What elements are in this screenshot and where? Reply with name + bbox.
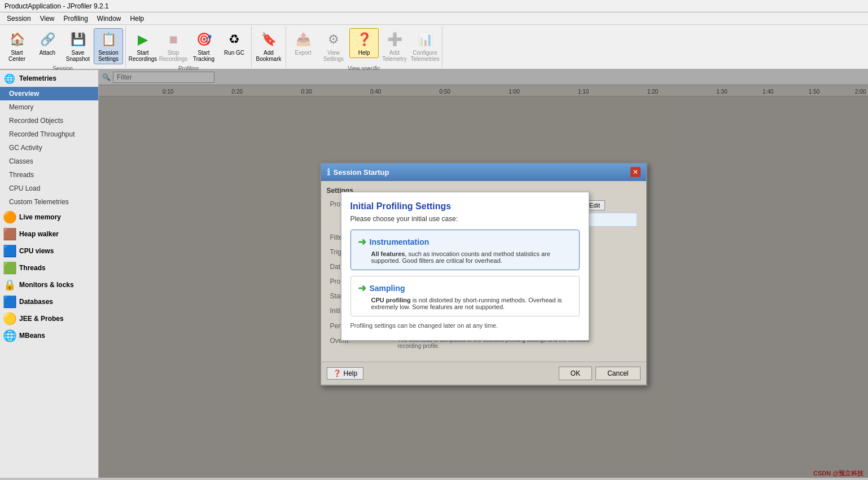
- instrumentation-option[interactable]: ➜ Instrumentation All features, such as …: [350, 230, 580, 270]
- toolbar: 🏠 StartCenter 🔗 Attach 💾 SaveSnapshot 📋 …: [0, 25, 868, 70]
- menu-help[interactable]: Help: [126, 14, 149, 24]
- sidebar-item-custom-telemetries[interactable]: Custom Telemetries: [0, 195, 98, 209]
- dialog-title-text: Session Startup: [334, 168, 389, 177]
- monitors-locks-label: Monitors & locks: [19, 281, 74, 289]
- mbeans-label: MBeans: [19, 332, 45, 340]
- databases-icon: 🟦: [3, 296, 16, 308]
- profiling-popup-subtitle: Please choose your initial use case:: [350, 215, 580, 223]
- start-tracking-label: StartTracking: [193, 50, 214, 62]
- session-settings-button[interactable]: 📋 SessionSettings: [94, 28, 123, 64]
- start-tracking-button[interactable]: 🎯 StartTracking: [189, 28, 218, 64]
- dialog-cancel-button[interactable]: Cancel: [595, 367, 640, 380]
- sidebar-section-monitors-locks[interactable]: 🔒 Monitors & locks: [0, 276, 98, 293]
- sidebar-section-threads[interactable]: 🟩 Threads: [0, 259, 98, 276]
- run-gc-label: Run GC: [224, 50, 244, 56]
- sidebar-section-databases[interactable]: 🟦 Databases: [0, 293, 98, 310]
- save-snapshot-icon: 💾: [69, 30, 87, 49]
- add-bookmark-label: AddBookmark: [256, 50, 281, 62]
- telemetries-label: Telemetries: [19, 74, 56, 82]
- dialog-ok-button[interactable]: OK: [559, 367, 592, 380]
- view-settings-icon: ⚙: [325, 30, 343, 49]
- help-circle-icon: ❓: [333, 369, 341, 377]
- save-snapshot-label: SaveSnapshot: [66, 50, 90, 62]
- monitors-locks-icon: 🔒: [3, 279, 16, 291]
- jee-probes-icon: 🟡: [3, 312, 16, 325]
- toolbar-group-view-specific: 📤 Export ⚙ ViewSettings ❓ Help ➕ AddTele…: [286, 26, 442, 68]
- cpu-views-icon: 🟦: [3, 245, 16, 257]
- run-gc-button[interactable]: ♻ Run GC: [220, 28, 249, 58]
- sidebar-section-telemetries[interactable]: 🌐 Telemetries: [0, 70, 98, 87]
- menu-bar: Session View Profiling Window Help: [0, 12, 868, 25]
- menu-view[interactable]: View: [36, 14, 59, 24]
- configure-telemetries-icon: 📊: [416, 30, 434, 49]
- session-settings-icon: 📋: [99, 30, 117, 49]
- start-recordings-button[interactable]: ▶ StartRecordings: [128, 28, 157, 64]
- stop-recordings-label: StopRecordings: [159, 50, 188, 62]
- dialog-close-button[interactable]: ✕: [630, 167, 641, 177]
- configure-telemetries-label: ConfigureTelemetries: [410, 50, 439, 62]
- sidebar-item-recorded-throughput[interactable]: Recorded Throughput: [0, 127, 98, 141]
- sampling-title: Sampling: [370, 284, 405, 293]
- stop-recordings-button[interactable]: ⏹ StopRecordings: [159, 28, 188, 64]
- toolbar-group-bookmark: 🔖 AddBookmark: [252, 26, 286, 68]
- dialog-footer: ❓ Help OK Cancel: [321, 362, 646, 385]
- jee-probes-label: JEE & Probes: [19, 315, 64, 323]
- threads-icon: 🟩: [3, 262, 16, 274]
- menu-session[interactable]: Session: [2, 14, 36, 24]
- sidebar-item-overview[interactable]: Overview: [0, 87, 98, 100]
- sidebar-item-classes[interactable]: Classes: [0, 155, 98, 168]
- databases-label: Databases: [19, 298, 53, 306]
- initial-profiling-settings-popup: Initial Profiling Settings Please choose…: [341, 192, 589, 341]
- dialog-help-button[interactable]: ❓ Help: [327, 367, 364, 380]
- profiling-popup-title: Initial Profiling Settings: [350, 201, 580, 212]
- help-button[interactable]: ❓ Help: [349, 28, 379, 58]
- sampling-option[interactable]: ➜ Sampling CPU profiling is not distorte…: [350, 276, 580, 316]
- mbeans-icon: 🌐: [3, 329, 16, 342]
- sidebar-item-threads[interactable]: Threads: [0, 168, 98, 182]
- export-button[interactable]: 📤 Export: [288, 28, 318, 58]
- menu-window[interactable]: Window: [93, 14, 126, 24]
- add-telemetry-button[interactable]: ➕ AddTelemetry: [380, 28, 409, 64]
- live-memory-icon: 🟠: [3, 211, 16, 223]
- toolbar-group-profiling: ▶ StartRecordings ⏹ StopRecordings 🎯 Sta…: [126, 26, 252, 68]
- sidebar-section-jee-probes[interactable]: 🟡 JEE & Probes: [0, 310, 98, 327]
- view-settings-label: ViewSettings: [323, 50, 344, 62]
- instrumentation-arrow-icon: ➜: [358, 236, 366, 248]
- main-layout: 🌐 Telemetries Overview Memory Recorded O…: [0, 70, 868, 478]
- start-tracking-icon: 🎯: [195, 30, 213, 49]
- configure-telemetries-button[interactable]: 📊 ConfigureTelemetries: [410, 28, 440, 64]
- start-center-button[interactable]: 🏠 StartCenter: [2, 28, 32, 64]
- sidebar-item-cpu-load[interactable]: CPU Load: [0, 182, 98, 195]
- sidebar-section-mbeans[interactable]: 🌐 MBeans: [0, 327, 98, 344]
- modal-overlay: ℹ Session Startup ✕ Settings Profiling s…: [99, 70, 868, 478]
- sidebar-section-live-memory[interactable]: 🟠 Live memory: [0, 209, 98, 226]
- sidebar-section-cpu-views[interactable]: 🟦 CPU views: [0, 243, 98, 259]
- view-settings-button[interactable]: ⚙ ViewSettings: [319, 28, 348, 64]
- attach-icon: 🔗: [38, 30, 56, 49]
- add-bookmark-icon: 🔖: [260, 30, 278, 49]
- sidebar-item-recorded-objects[interactable]: Recorded Objects: [0, 114, 98, 127]
- threads-label: Threads: [19, 264, 46, 272]
- profiling-footer-note: Profiling settings can be changed later …: [350, 322, 580, 329]
- sidebar-item-memory[interactable]: Memory: [0, 100, 98, 114]
- sidebar-section-heap-walker[interactable]: 🟫 Heap walker: [0, 226, 98, 243]
- app-title: ProductApplication - JProfiler 9.2.1: [5, 2, 109, 10]
- start-center-label: StartCenter: [8, 50, 25, 62]
- session-settings-label: SessionSettings: [98, 50, 119, 62]
- start-recordings-label: StartRecordings: [129, 50, 157, 62]
- toolbar-group-session: 🏠 StartCenter 🔗 Attach 💾 SaveSnapshot 📋 …: [0, 26, 126, 68]
- sidebar-item-gc-activity[interactable]: GC Activity: [0, 141, 98, 155]
- title-bar: ProductApplication - JProfiler 9.2.1: [0, 0, 868, 12]
- sidebar: 🌐 Telemetries Overview Memory Recorded O…: [0, 70, 99, 478]
- save-snapshot-button[interactable]: 💾 SaveSnapshot: [63, 28, 93, 64]
- dialog-title-bar: ℹ Session Startup ✕: [321, 164, 646, 181]
- live-memory-label: Live memory: [19, 213, 61, 221]
- stop-recordings-icon: ⏹: [164, 30, 182, 49]
- run-gc-icon: ♻: [225, 30, 243, 49]
- help-icon: ❓: [355, 30, 373, 49]
- start-recordings-icon: ▶: [134, 30, 152, 49]
- attach-button[interactable]: 🔗 Attach: [33, 28, 62, 58]
- cpu-views-label: CPU views: [19, 247, 54, 255]
- menu-profiling[interactable]: Profiling: [59, 14, 93, 24]
- add-bookmark-button[interactable]: 🔖 AddBookmark: [254, 28, 283, 64]
